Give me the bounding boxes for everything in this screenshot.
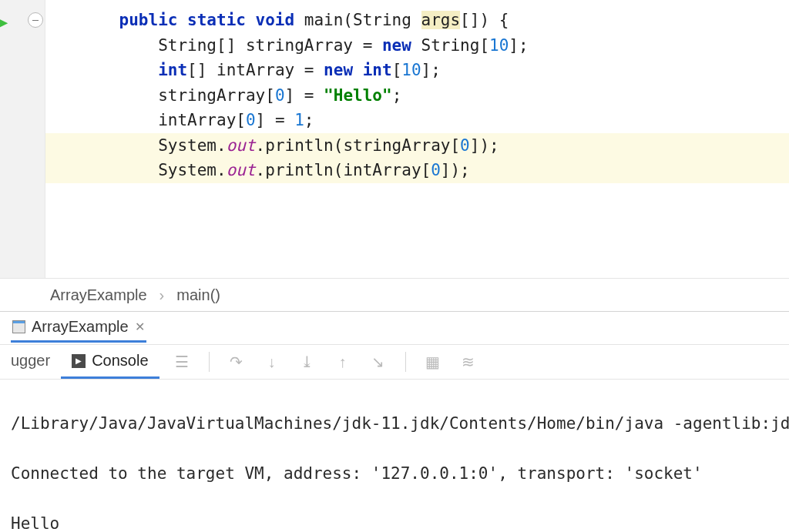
play-icon: ▶ (72, 354, 86, 368)
step-into-icon[interactable]: ↓ (264, 353, 280, 371)
code-line: intArray[0] = 1; (45, 108, 789, 133)
trace-icon[interactable]: ≋ (460, 353, 477, 371)
step-out-icon[interactable]: ↑ (334, 353, 351, 371)
debug-toolbar: ☰ ↷ ↓ ⤓ ↑ ↘ ▦ ≋ (159, 345, 477, 379)
code-line: stringArray[0] = "Hello"; (45, 83, 789, 109)
code-line: System.out.println(intArray[0]); (45, 158, 789, 183)
code-line: public static void main(String args[]) { (45, 8, 789, 33)
tab-console[interactable]: ▶ Console (61, 345, 159, 379)
filter-icon[interactable]: ☰ (173, 353, 190, 371)
step-over-icon[interactable]: ↷ (228, 353, 245, 371)
run-config-tab[interactable]: ArrayExample ✕ (11, 313, 146, 343)
console-line: /Library/Java/JavaVirtualMachines/jdk-11… (11, 411, 789, 437)
run-to-cursor-icon[interactable]: ↘ (370, 353, 387, 371)
console-line: Hello (11, 511, 789, 533)
console-output[interactable]: /Library/Java/JavaVirtualMachines/jdk-11… (0, 380, 789, 532)
run-config-tabs: ArrayExample ✕ (0, 311, 789, 344)
application-icon (12, 320, 25, 333)
breadcrumb: ArrayExample › main() (0, 278, 789, 311)
run-gutter-icon[interactable]: ▶ (0, 12, 8, 32)
separator (209, 352, 210, 372)
run-config-label: ArrayExample (32, 318, 129, 336)
separator (405, 352, 406, 372)
force-step-icon[interactable]: ⤓ (299, 353, 316, 371)
code-line: int[] intArray = new int[10]; (45, 58, 789, 83)
editor-gutter: ▶ (0, 0, 45, 278)
breadcrumb-class[interactable]: ArrayExample (50, 286, 147, 304)
tool-window-tabs: ugger ▶ Console ☰ ↷ ↓ ⤓ ↑ ↘ ▦ ≋ (0, 344, 789, 380)
code-line: String[] stringArray = new String[10]; (45, 33, 789, 59)
breadcrumb-method[interactable]: main() (176, 286, 220, 304)
fold-icon[interactable] (28, 12, 43, 28)
console-line: Connected to the target VM, address: '12… (11, 461, 789, 487)
code-editor[interactable]: ▶ public static void main(String args[])… (0, 0, 789, 278)
chevron-right-icon: › (159, 286, 165, 304)
close-icon[interactable]: ✕ (135, 320, 145, 334)
evaluate-icon[interactable]: ▦ (425, 353, 442, 371)
tab-debugger[interactable]: ugger (0, 345, 61, 379)
code-area[interactable]: public static void main(String args[]) {… (45, 0, 789, 278)
tab-debugger-label: ugger (11, 352, 50, 370)
tab-console-label: Console (92, 352, 148, 370)
code-line: System.out.println(stringArray[0]); (45, 133, 789, 159)
